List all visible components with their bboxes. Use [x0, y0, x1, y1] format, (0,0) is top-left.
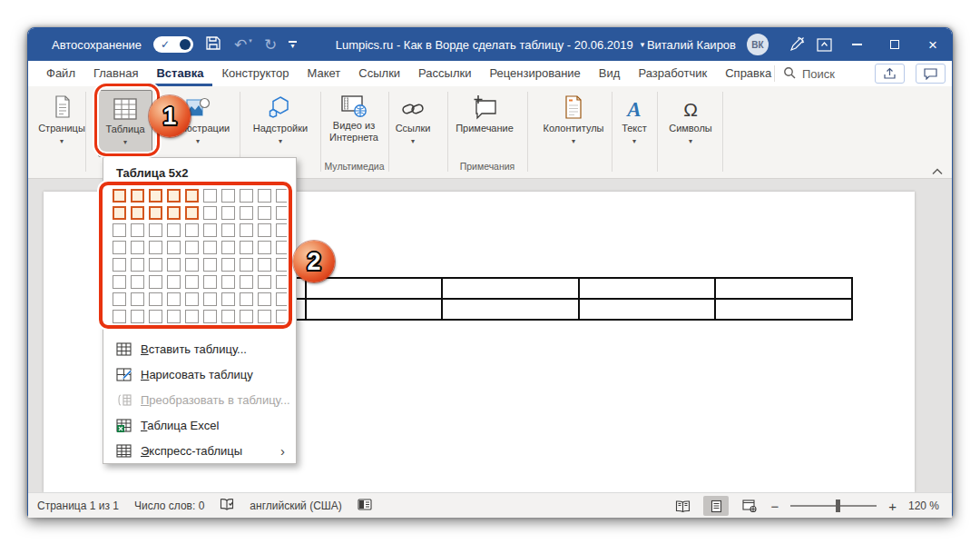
comments-button[interactable] [916, 64, 946, 84]
grid-cell[interactable] [240, 258, 253, 272]
grid-cell[interactable] [276, 206, 289, 220]
ribbon-display-options-icon[interactable] [810, 28, 838, 61]
grid-cell[interactable] [131, 275, 144, 289]
grid-cell[interactable] [240, 206, 253, 220]
grid-cell[interactable] [185, 258, 199, 272]
grid-cell[interactable] [149, 292, 162, 306]
table-cell[interactable] [580, 300, 717, 321]
table-cell[interactable] [443, 279, 580, 300]
grid-cell[interactable] [113, 310, 126, 323]
share-button[interactable] [875, 64, 905, 84]
grid-cell[interactable] [276, 258, 289, 272]
grid-cell[interactable] [131, 241, 144, 254]
table-cell[interactable] [307, 300, 444, 321]
tab-layout[interactable]: Макет [299, 61, 350, 86]
online-video-button[interactable]: Видео из Интернета [322, 90, 386, 157]
tab-home[interactable]: Главная [84, 61, 147, 86]
read-mode-button[interactable] [670, 496, 695, 516]
header-footer-button[interactable]: Колонтитулы ▾ [535, 90, 612, 157]
grid-cell[interactable] [185, 241, 199, 254]
addins-button[interactable]: Надстройки ▾ [244, 90, 317, 157]
close-button[interactable]: × [914, 28, 952, 61]
grid-cell[interactable] [113, 241, 126, 254]
grid-cell[interactable] [258, 258, 271, 272]
grid-cell[interactable] [276, 275, 289, 289]
grid-cell[interactable] [149, 206, 162, 220]
grid-cell[interactable] [203, 292, 217, 306]
tab-file[interactable]: Файл [37, 61, 84, 86]
grid-cell[interactable] [131, 258, 144, 272]
save-icon[interactable] [205, 35, 222, 54]
grid-cell[interactable] [185, 223, 199, 237]
web-layout-button[interactable] [737, 496, 762, 516]
table-cell[interactable] [716, 300, 853, 321]
grid-cell[interactable] [276, 223, 289, 237]
grid-cell[interactable] [221, 223, 235, 237]
grid-cell[interactable] [203, 275, 217, 289]
grid-cell[interactable] [167, 189, 181, 203]
grid-cell[interactable] [240, 223, 253, 237]
grid-cell[interactable] [221, 310, 235, 323]
ink-pen-icon[interactable] [783, 28, 810, 61]
grid-cell[interactable] [131, 189, 144, 203]
tab-view[interactable]: Вид [590, 61, 630, 86]
grid-cell[interactable] [167, 275, 181, 289]
grid-cell[interactable] [258, 310, 271, 323]
grid-cell[interactable] [276, 189, 289, 203]
grid-cell[interactable] [167, 223, 181, 237]
word-count[interactable]: Число слов: 0 [134, 499, 204, 512]
grid-cell[interactable] [203, 206, 217, 220]
symbols-button[interactable]: Ω Символы ▾ [659, 90, 722, 157]
proofing-icon[interactable] [220, 498, 234, 514]
grid-cell[interactable] [258, 292, 271, 306]
text-button[interactable]: А Текст ▾ [613, 90, 655, 157]
grid-cell[interactable] [240, 292, 253, 306]
tab-insert[interactable]: Вставка [147, 61, 212, 86]
grid-cell[interactable] [149, 258, 162, 272]
grid-cell[interactable] [167, 258, 181, 272]
links-button[interactable]: Ссылки ▾ [389, 90, 436, 157]
print-layout-button[interactable] [703, 496, 729, 516]
zoom-slider-handle[interactable] [836, 499, 840, 512]
zoom-in-button[interactable]: + [888, 499, 897, 513]
input-indicator-icon[interactable] [358, 499, 372, 513]
customize-quick-access-icon[interactable]: ▾ [289, 41, 297, 48]
grid-cell[interactable] [167, 241, 181, 254]
grid-cell[interactable] [185, 275, 199, 289]
grid-cell[interactable] [221, 189, 235, 203]
grid-cell[interactable] [131, 223, 144, 237]
grid-cell[interactable] [113, 189, 126, 203]
grid-cell[interactable] [185, 189, 199, 203]
tab-help[interactable]: Справка [716, 61, 780, 86]
grid-cell[interactable] [131, 310, 144, 323]
table-cell[interactable] [716, 279, 853, 300]
menu-item-excel-table[interactable]: Таблица Excel [103, 412, 296, 438]
table-cell[interactable] [580, 279, 717, 300]
grid-cell[interactable] [149, 189, 162, 203]
menu-item-insert-table[interactable]: Вставить таблицу... [103, 336, 296, 361]
grid-cell[interactable] [149, 310, 162, 323]
grid-cell[interactable] [149, 241, 162, 254]
autosave-toggle[interactable]: ✓ [153, 36, 193, 53]
grid-cell[interactable] [167, 206, 181, 220]
grid-cell[interactable] [149, 223, 162, 237]
table-button[interactable]: Таблица ▾ [98, 90, 152, 157]
language-label[interactable]: английский (США) [250, 499, 341, 512]
grid-cell[interactable] [203, 241, 217, 254]
grid-cell[interactable] [221, 292, 235, 306]
grid-cell[interactable] [221, 258, 235, 272]
grid-cell[interactable] [203, 223, 217, 237]
grid-cell[interactable] [185, 206, 199, 220]
grid-cell[interactable] [258, 206, 271, 220]
grid-cell[interactable] [276, 241, 289, 254]
pages-button[interactable]: Страницы ▾ [34, 90, 90, 157]
grid-cell[interactable] [113, 258, 126, 272]
avatar[interactable]: ВК [747, 34, 769, 55]
menu-item-quick-tables[interactable]: Экспресс-таблицы › [103, 438, 296, 463]
grid-cell[interactable] [221, 241, 235, 254]
table-cell[interactable] [307, 279, 444, 300]
tab-references[interactable]: Ссылки [349, 61, 409, 86]
tab-mailings[interactable]: Рассылки [409, 61, 480, 86]
zoom-out-button[interactable]: − [770, 499, 779, 513]
grid-cell[interactable] [240, 189, 253, 203]
